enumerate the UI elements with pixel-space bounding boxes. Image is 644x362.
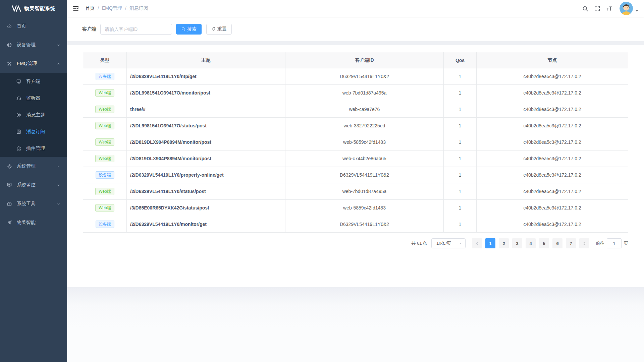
topic-cell: /2/DL9981541O39417O/status/post	[127, 118, 285, 134]
sidebar-item-label: 首页	[17, 23, 60, 29]
font-size-button[interactable]	[606, 5, 612, 12]
client-id-input[interactable]	[100, 24, 172, 35]
app-title: 物美智能系统	[24, 5, 55, 12]
table-row: Web端/2/DL9981541O39417O/monitor/postweb-…	[83, 85, 628, 101]
header-search-button[interactable]	[582, 5, 588, 12]
page-button-6[interactable]: 6	[552, 238, 562, 248]
page-button-3[interactable]: 3	[512, 238, 522, 248]
toolbox-icon	[7, 201, 12, 206]
node-cell: c40b2d8ea5c3@172.17.0.2	[477, 216, 628, 233]
navbar-actions	[582, 2, 639, 15]
sidebar-item-label: 系统管理	[17, 163, 57, 169]
next-page-button[interactable]	[579, 238, 589, 248]
type-tag: Web端	[95, 89, 114, 97]
table-row: Web端/2/D819DLX904P8894M/monitor/postweb-…	[83, 134, 628, 150]
node-cell: c40b2d8ea5c3@172.17.0.2	[477, 68, 628, 85]
sidebar-item-system-tools[interactable]: 系统工具	[0, 194, 67, 213]
topic-cell: /2/D6329VL54419L1Y0/ntp/get	[127, 68, 285, 85]
sidebar-item-plugin-mgmt[interactable]: 插件管理	[0, 140, 67, 157]
plugin-icon	[16, 146, 21, 151]
page-button-7[interactable]: 7	[566, 238, 576, 248]
app-logo[interactable]: 物美智能系统	[0, 0, 67, 17]
prev-page-button[interactable]	[472, 238, 482, 248]
reset-button[interactable]: 重置	[206, 24, 232, 35]
chevron-down-icon	[459, 241, 463, 245]
breadcrumb-item[interactable]: 首页	[85, 5, 95, 11]
type-tag: Web端	[95, 204, 114, 212]
qos-cell: 1	[444, 200, 477, 216]
page-unit-label: 页	[624, 240, 628, 246]
type-tag: Web端	[95, 106, 114, 113]
sidebar-item-device-mgmt[interactable]: 设备管理	[0, 36, 67, 54]
sidebar-item-label: EMQ管理	[17, 61, 57, 67]
page-button-5[interactable]: 5	[539, 238, 549, 248]
devices-icon	[7, 42, 12, 48]
sidebar-item-emq-mgmt[interactable]: EMQ管理	[0, 54, 67, 73]
page-button-4[interactable]: 4	[526, 238, 536, 248]
type-cell: 设备端	[83, 68, 127, 85]
page-button-1[interactable]: 1	[485, 238, 495, 248]
search-button-label: 搜索	[187, 26, 197, 32]
sidebar-item-listener[interactable]: 监听器	[0, 90, 67, 107]
fullscreen-icon	[594, 5, 600, 12]
qos-cell: 1	[444, 68, 477, 85]
page-background	[67, 287, 644, 362]
client-id-cell: web-5859c42fd1483	[285, 200, 444, 216]
chevron-down-icon	[57, 43, 60, 47]
fullscreen-button[interactable]	[594, 5, 600, 12]
page-list: 1234567	[484, 238, 578, 248]
type-cell: Web端	[83, 101, 127, 118]
page-button-2[interactable]: 2	[499, 238, 509, 248]
node-cell: c40b2d8ea5c3@172.17.0.2	[477, 167, 628, 183]
user-menu[interactable]	[620, 2, 639, 15]
search-form: 客户端 搜索 重置	[67, 17, 644, 41]
chevron-down-icon	[57, 202, 60, 206]
sidebar-item-message-subscribe[interactable]: 消息订阅	[0, 123, 67, 140]
breadcrumb-item: 消息订阅	[129, 5, 148, 11]
sidebar-item-message-topic[interactable]: 消息主题	[0, 107, 67, 123]
sidebar-item-label: 系统工具	[17, 201, 57, 207]
node-cell: c40b2d8ea5c3@172.17.0.2	[477, 118, 628, 134]
chevron-down-icon	[57, 183, 60, 187]
send-icon	[7, 220, 12, 225]
node-cell: c40b2d8ea5c3@172.17.0.2	[477, 183, 628, 200]
refresh-icon	[211, 27, 216, 31]
column-header-client-id: 客户端ID	[285, 52, 444, 68]
card-divider	[67, 41, 644, 45]
sidebar-submenu: 客户端监听器消息主题消息订阅插件管理	[0, 73, 67, 157]
topic-cell: /2/D819DLX904P8894M/monitor/post	[127, 150, 285, 167]
type-cell: Web端	[83, 150, 127, 167]
chevron-left-icon	[475, 241, 479, 246]
sidebar-item-system-mgmt[interactable]: 系统管理	[0, 157, 67, 176]
page-size-select[interactable]: 10条/页	[431, 238, 466, 248]
breadcrumb-item: EMQ管理	[102, 5, 122, 11]
goto-page: 前往 页	[596, 238, 628, 248]
type-cell: 设备端	[83, 167, 127, 183]
goto-page-input[interactable]	[607, 238, 622, 248]
client-id-cell: web-5859c42fd1483	[285, 134, 444, 150]
subscribe-icon	[16, 129, 21, 134]
sidebar-item-label: 插件管理	[26, 145, 60, 152]
breadcrumb-separator: /	[125, 6, 126, 11]
table-header-row: 类型主题客户端IDQos节点	[83, 52, 628, 68]
dashboard-icon	[7, 23, 12, 29]
hamburger-fold-icon	[72, 5, 79, 12]
page-size-value: 10条/页	[436, 240, 451, 246]
caret-down-icon	[635, 9, 639, 13]
type-tag: Web端	[95, 188, 114, 195]
monitor-chart-icon	[7, 182, 12, 188]
sidebar-item-client[interactable]: 客户端	[0, 73, 67, 90]
sidebar-item-label: 消息主题	[26, 112, 60, 118]
sidebar-toggle-button[interactable]	[72, 5, 79, 12]
breadcrumb: 首页/EMQ管理/消息订阅	[85, 5, 148, 11]
node-cell: c40b2d8ea5c3@172.17.0.2	[477, 200, 628, 216]
column-header-qos: Qos	[444, 52, 477, 68]
sidebar-item-wumei-smart[interactable]: 物美智能	[0, 213, 67, 232]
sidebar-item-system-monitor[interactable]: 系统监控	[0, 176, 67, 194]
sidebar-item-home[interactable]: 首页	[0, 17, 67, 36]
topic-icon	[16, 112, 21, 118]
search-button[interactable]: 搜索	[176, 24, 202, 35]
sidebar-item-label: 监听器	[26, 95, 60, 101]
topic-cell: /2/DL9981541O39417O/monitor/post	[127, 85, 285, 101]
logo-icon	[12, 5, 21, 12]
